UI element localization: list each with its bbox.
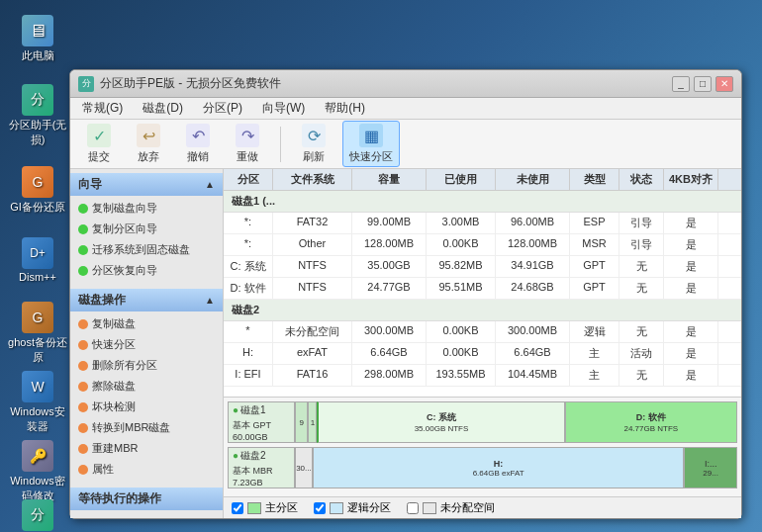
disk2-part-efi[interactable]: I:... 29... [684, 447, 737, 488]
play-icon: ↩ [137, 124, 160, 147]
quick-partition-button[interactable]: ▦ 快速分区 [342, 121, 400, 167]
dot-icon [78, 382, 88, 392]
sidebar-item-delete-all[interactable]: 删除所有分区 [70, 355, 223, 376]
sidebar-item-bad-block[interactable]: 坏块检测 [70, 397, 223, 417]
sidebar-item-properties[interactable]: 属性 [70, 459, 223, 480]
redo-icon: ↷ [236, 124, 259, 147]
table-row[interactable]: I: EFI FAT16 298.00MB 193.55MB 104.45MB … [224, 365, 741, 387]
main-window: 分 分区助手PE版 - 无损分区免费软件 _ □ ✕ 常规(G) 磁盘(D) 分… [69, 69, 742, 519]
table-row[interactable]: C: 系统 NTFS 35.00GB 95.82MB 34.91GB GPT 无… [224, 256, 741, 278]
legend: 主分区 逻辑分区 未分配空间 [224, 496, 741, 518]
disk1-part-esp2[interactable]: 1 [308, 401, 317, 443]
dot-icon [78, 204, 88, 214]
disk1-visual: ● 磁盘1 基本 GPT 60.00GB 9 1 C: 系统 35.00GB N [228, 401, 737, 443]
dot-icon [78, 444, 88, 454]
disk-ops-header: 磁盘操作 ▲ [70, 289, 223, 311]
col-used: 已使用 [427, 169, 496, 190]
disk2-visual: ● 磁盘2 基本 MBR 7.23GB 30... H: 6.64GB exFA… [228, 447, 737, 488]
disk1-part-soft[interactable]: D: 软件 24.77GB NTFS [565, 401, 737, 443]
disk2-part-exfat[interactable]: H: 6.64GB exFAT [313, 447, 684, 488]
close-button[interactable]: ✕ [715, 76, 733, 92]
play-button[interactable]: ↩ 放弃 [128, 122, 169, 166]
disk1-group-header: 磁盘1 (... [224, 191, 741, 213]
desktop-icon-ghost2[interactable]: G ghost备份还原 [8, 302, 67, 365]
wizard-header: 向导 ▲ [70, 173, 223, 196]
refresh-button[interactable]: ⟳ 刷新 [293, 122, 334, 166]
sidebar-item-migrate-ssd[interactable]: 迁移系统到固态磁盘 [70, 239, 223, 260]
title-bar: 分 分区助手PE版 - 无损分区免费软件 _ □ ✕ [70, 70, 741, 98]
table-row[interactable]: * 未分配空间 300.00MB 0.00KB 300.00MB 逻辑 无 是 [224, 321, 741, 343]
sidebar-item-recovery[interactable]: 分区恢复向导 [70, 260, 223, 281]
table-row[interactable]: *: FAT32 99.00MB 3.00MB 96.00MB ESP 引导 是 [224, 213, 741, 234]
disk2-part-unalloc[interactable]: 30... [295, 447, 313, 488]
dot-icon [78, 361, 88, 371]
sidebar-item-copy-partition[interactable]: 复制分区向导 [70, 219, 223, 239]
col-align: 4KB对齐 [664, 169, 718, 190]
desktop-icon-wininstall[interactable]: W Windows安装器 [8, 371, 67, 434]
dot-icon [78, 465, 88, 475]
sidebar-item-rebuild-mbr[interactable]: 重建MBR [70, 438, 223, 459]
disk1-part-sys[interactable]: C: 系统 35.00GB NTFS [317, 401, 564, 443]
legend-logical[interactable]: 逻辑分区 [314, 500, 391, 515]
disk1-part-esp1[interactable]: 9 [295, 401, 308, 443]
dot-icon [78, 224, 88, 234]
minimize-button[interactable]: _ [672, 76, 690, 92]
disk1-info[interactable]: ● 磁盘1 基本 GPT 60.00GB [228, 401, 295, 443]
menu-help[interactable]: 帮助(H) [321, 99, 369, 118]
menu-bar: 常规(G) 磁盘(D) 分区(P) 向导(W) 帮助(H) [70, 98, 741, 120]
dot-icon [78, 340, 88, 350]
pending-ops-header: 等待执行的操作 [70, 488, 223, 510]
desktop-icon-dism[interactable]: D+ Dism++ [8, 237, 67, 283]
col-type: 类型 [570, 169, 619, 190]
toolbar: ✓ 提交 ↩ 放弃 ↶ 撤销 ↷ 重做 ⟳ 刷新 ▦ 快速分区 [70, 120, 741, 169]
col-free: 未使用 [496, 169, 570, 190]
desktop-icon-my-computer[interactable]: 🖥 此电脑 [8, 15, 67, 63]
menu-partition[interactable]: 分区(P) [199, 99, 246, 118]
col-fs: 文件系统 [273, 169, 352, 190]
disk1-partitions: 9 1 C: 系统 35.00GB NTFS D: 软件 24.77GB NTF… [295, 401, 737, 443]
disk2-group-header: 磁盘2 [224, 300, 741, 321]
desktop-icon-parttools[interactable]: 分 分区工具 [8, 499, 67, 532]
legend-primary[interactable]: 主分区 [232, 500, 298, 515]
logical-color-box [330, 502, 343, 514]
undo-icon: ↶ [186, 124, 210, 147]
sidebar-item-copy-disk[interactable]: 复制磁盘向导 [70, 198, 223, 219]
redo-button[interactable]: ↷ 重做 [227, 122, 268, 166]
sidebar: 向导 ▲ 复制磁盘向导 复制分区向导 迁移系统到固态磁盘 [70, 169, 224, 518]
sidebar-item-convert-mbr[interactable]: 转换到MBR磁盘 [70, 417, 223, 438]
sidebar-item-copy-disk2[interactable]: 复制磁盘 [70, 313, 223, 334]
desktop-icon-winpw[interactable]: 🔑 Windows密码修改 [8, 440, 67, 503]
legend-unalloc[interactable]: 未分配空间 [407, 500, 495, 515]
table-row[interactable]: H: exFAT 6.64GB 0.00KB 6.64GB 主 活动 是 [224, 343, 741, 365]
menu-general[interactable]: 常规(G) [78, 99, 127, 118]
app-icon: 分 [78, 76, 94, 92]
sidebar-item-quick-partition[interactable]: 快速分区 [70, 334, 223, 355]
dot-icon [78, 402, 88, 412]
col-capacity: 容量 [352, 169, 427, 190]
content-area: 向导 ▲ 复制磁盘向导 复制分区向导 迁移系统到固态磁盘 [70, 169, 741, 518]
sidebar-item-erase[interactable]: 擦除磁盘 [70, 376, 223, 397]
maximize-button[interactable]: □ [694, 76, 712, 92]
undo-button[interactable]: ↶ 撤销 [177, 122, 219, 166]
unalloc-color-box [423, 502, 436, 514]
disk2-info[interactable]: ● 磁盘2 基本 MBR 7.23GB [228, 447, 295, 488]
quick-partition-icon: ▦ [359, 124, 383, 147]
refresh-icon: ⟳ [302, 124, 326, 147]
menu-disk[interactable]: 磁盘(D) [139, 99, 187, 118]
window-controls: _ □ ✕ [672, 76, 733, 92]
dot-icon [78, 423, 88, 433]
desktop-icon-ghost[interactable]: G GI备份还原 [8, 166, 67, 215]
primary-color-box [247, 502, 261, 514]
toolbar-separator [280, 127, 281, 162]
submit-button[interactable]: ✓ 提交 [78, 122, 120, 166]
desktop-icon-partition-tool[interactable]: 分 分区助手(无损) [8, 84, 67, 147]
col-status: 状态 [619, 169, 664, 190]
table-row[interactable]: *: Other 128.00MB 0.00KB 128.00MB MSR 引导… [224, 234, 741, 256]
menu-wizard[interactable]: 向导(W) [258, 99, 309, 118]
disk-visual: ● 磁盘1 基本 GPT 60.00GB 9 1 C: 系统 35.00GB N [224, 397, 741, 496]
partition-table[interactable]: 分区 文件系统 容量 已使用 未使用 类型 状态 4KB对齐 磁盘1 (... … [224, 169, 741, 397]
table-row[interactable]: D: 软件 NTFS 24.77GB 95.51MB 24.68GB GPT 无… [224, 278, 741, 300]
dot-icon [78, 266, 88, 276]
col-partition: 分区 [224, 169, 273, 190]
window-title: 分区助手PE版 - 无损分区免费软件 [100, 75, 281, 92]
